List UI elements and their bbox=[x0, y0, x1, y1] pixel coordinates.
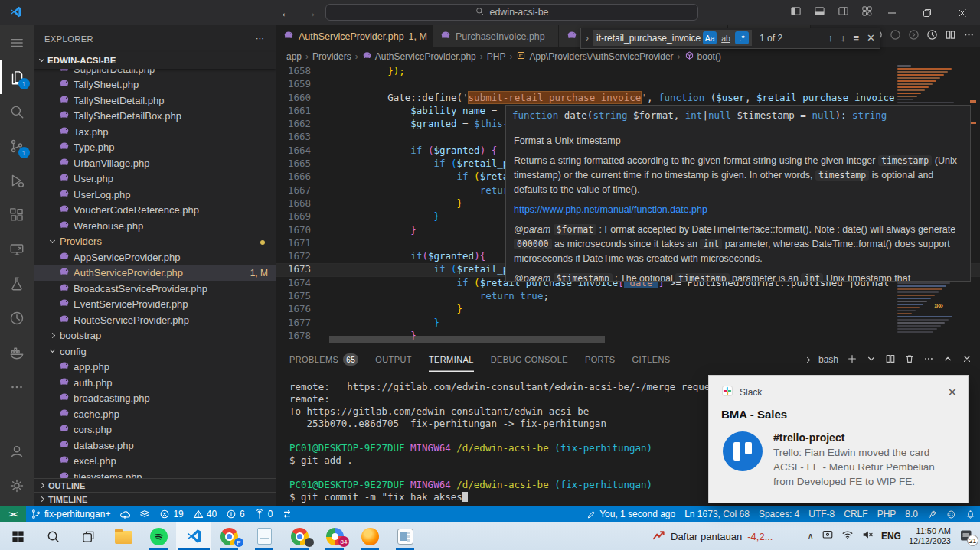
taskbar-photos[interactable] bbox=[387, 522, 423, 550]
outline-section[interactable]: OUTLINE bbox=[34, 478, 276, 492]
breadcrumb-item[interactable]: Providers bbox=[312, 51, 351, 62]
tree-file[interactable]: RouteServiceProvider.php bbox=[34, 312, 276, 328]
status-you-1-second-ago[interactable]: You, 1 second ago bbox=[582, 506, 680, 522]
close-find-icon[interactable]: ✕ bbox=[867, 32, 875, 44]
status-compare[interactable] bbox=[277, 506, 297, 522]
activity-extensions[interactable] bbox=[0, 197, 34, 232]
editor-action-more[interactable] bbox=[963, 29, 975, 44]
code-line[interactable]: 1677 } bbox=[276, 317, 980, 330]
find-in-selection-icon[interactable]: ≡ bbox=[854, 32, 860, 44]
status-utf-8[interactable]: UTF-8 bbox=[804, 506, 839, 522]
breadcrumb-item[interactable]: AuthServiceProvider.php bbox=[362, 50, 476, 63]
activity-gitlens[interactable] bbox=[0, 301, 34, 335]
taskbar-start[interactable] bbox=[0, 522, 35, 550]
toggle-replace-icon[interactable]: › bbox=[586, 33, 589, 44]
weather-stock-widget[interactable]: Daftar pantauan -4,2... bbox=[652, 522, 773, 550]
taskbar-spotify[interactable] bbox=[141, 522, 176, 550]
status-remote[interactable]: >< bbox=[0, 506, 26, 522]
panel-action-close[interactable] bbox=[962, 353, 972, 366]
find-input[interactable]: it-retail_purchase_invoice Aa ab .* bbox=[593, 30, 752, 46]
tree-file[interactable]: BroadcastServiceProvider.php bbox=[34, 281, 276, 297]
terminal-shell-label[interactable]: bash bbox=[805, 354, 838, 365]
panel-action-split[interactable] bbox=[885, 353, 896, 366]
taskbar-chrome-profile-2[interactable] bbox=[282, 522, 317, 550]
tree-file[interactable]: cors.php bbox=[34, 422, 276, 438]
activity-beaker[interactable] bbox=[0, 266, 34, 301]
tree-file[interactable]: UrbanVillage.php bbox=[34, 155, 276, 171]
tree-file[interactable]: Warehouse.php bbox=[34, 218, 276, 234]
restore-button[interactable] bbox=[910, 0, 945, 25]
status-warning[interactable]: 40 bbox=[188, 506, 221, 522]
system-clock[interactable]: 11:50 AM 12/12/2023 bbox=[909, 526, 951, 546]
tree-file[interactable]: TallySheet.php bbox=[34, 77, 276, 93]
panel-tab-gitlens[interactable]: GITLENS bbox=[632, 347, 671, 372]
breadcrumb-item[interactable]: PHP bbox=[487, 51, 506, 62]
tree-file[interactable]: Type.php bbox=[34, 140, 276, 156]
tree-root-folder[interactable]: EDWIN-ACSI-BE bbox=[34, 52, 276, 69]
breadcrumb-item[interactable]: app bbox=[286, 51, 302, 62]
panel-tab-problems[interactable]: PROBLEMS65 bbox=[289, 347, 358, 372]
status-8-0[interactable]: 8.0 bbox=[900, 506, 923, 522]
taskbar-file-explorer[interactable] bbox=[106, 522, 141, 550]
tree-file[interactable]: User.php bbox=[34, 171, 276, 187]
panel-tab-terminal[interactable]: TERMINAL bbox=[429, 347, 474, 372]
panel-action-chev-up[interactable] bbox=[942, 353, 953, 366]
taskbar-task-view[interactable] bbox=[70, 522, 106, 550]
activity-remote[interactable] bbox=[0, 232, 34, 266]
code-line[interactable]: 1676 } bbox=[276, 303, 980, 316]
code-line[interactable]: 1675 return true; bbox=[276, 290, 980, 303]
whole-word-toggle[interactable]: ab bbox=[719, 31, 733, 44]
panel-tab-ports[interactable]: PORTS bbox=[585, 347, 616, 372]
editor-action-nav-fwd[interactable] bbox=[908, 29, 920, 44]
explorer-more-icon[interactable]: ⋯ bbox=[256, 34, 265, 44]
panel-action-more[interactable] bbox=[923, 353, 934, 366]
code-line[interactable]: 1659 bbox=[276, 78, 980, 91]
tree-file[interactable]: app.php bbox=[34, 360, 276, 376]
panel-tab-output[interactable]: OUTPUT bbox=[375, 347, 412, 372]
status-info[interactable]: 6 bbox=[221, 506, 250, 522]
tray-expand-icon[interactable]: ∧ bbox=[807, 531, 814, 542]
command-center-search[interactable]: edwin-acsi-be bbox=[325, 4, 698, 21]
tree-file[interactable]: AppServiceProvider.php bbox=[34, 249, 276, 265]
status-spaces-4[interactable]: Spaces: 4 bbox=[754, 506, 804, 522]
panel-tab-debug-console[interactable]: DEBUG CONSOLE bbox=[491, 347, 568, 372]
tree-file[interactable]: TallySheetDetail.php bbox=[34, 93, 276, 109]
panel-action-plus[interactable] bbox=[847, 353, 858, 366]
activity-account[interactable] bbox=[0, 434, 34, 468]
taskbar-chrome-profile-1[interactable]: P bbox=[211, 522, 247, 550]
tree-file[interactable]: database.php bbox=[34, 438, 276, 454]
taskbar-firefox[interactable] bbox=[352, 522, 387, 550]
activity-debug[interactable] bbox=[0, 163, 34, 197]
meet-now-icon[interactable] bbox=[822, 529, 834, 544]
slack-notification[interactable]: Slack ✕ BMA - Sales #trello-project Trel… bbox=[708, 375, 969, 503]
timeline-section[interactable]: TIMELINE bbox=[34, 492, 276, 506]
match-case-toggle[interactable]: Aa bbox=[703, 31, 717, 44]
tree-file[interactable]: cache.php bbox=[34, 406, 276, 422]
tab-authserviceprovider-php[interactable]: AuthServiceProvider.php1, M✕ bbox=[276, 25, 433, 47]
tree-file[interactable]: TallySheetDetailBox.php bbox=[34, 109, 276, 125]
code-line[interactable]: 1658 }); bbox=[276, 65, 980, 78]
tree-folder[interactable]: bootstrap bbox=[34, 328, 276, 344]
tree-file[interactable]: VoucherCodeReference.php bbox=[34, 203, 276, 219]
regex-toggle[interactable]: .* bbox=[735, 31, 749, 44]
horizontal-scrollbar[interactable] bbox=[329, 336, 605, 343]
breadcrumb-item[interactable]: App\Providers\AuthServiceProvider bbox=[516, 50, 673, 63]
language-indicator[interactable]: ENG bbox=[881, 531, 901, 542]
status-ln-1673-col-68[interactable]: Ln 1673, Col 68 bbox=[680, 506, 754, 522]
tree-file[interactable]: filesystems.php bbox=[34, 469, 276, 478]
toggle-sidebar-icon[interactable] bbox=[790, 5, 802, 20]
notification-center-icon[interactable]: 21 bbox=[959, 528, 975, 545]
panel-action-trash[interactable] bbox=[904, 353, 915, 366]
tree-file[interactable]: AuthServiceProvider.php1, M bbox=[34, 265, 276, 282]
tree-file[interactable]: EventServiceProvider.php bbox=[34, 297, 276, 313]
activity-search[interactable] bbox=[0, 94, 34, 129]
volume-muted-icon[interactable] bbox=[861, 529, 874, 544]
close-button[interactable] bbox=[945, 0, 980, 25]
status-smiley[interactable] bbox=[942, 506, 961, 522]
panel-action-chev-down[interactable] bbox=[866, 353, 877, 366]
activity-menu[interactable] bbox=[0, 25, 34, 60]
editor-action-split[interactable] bbox=[945, 29, 956, 44]
terminal-output[interactable]: remote: https://gitlab.com/edwin-consult… bbox=[289, 381, 750, 503]
tree-file[interactable]: UserLog.php bbox=[34, 187, 276, 203]
status-layers[interactable] bbox=[135, 506, 155, 522]
